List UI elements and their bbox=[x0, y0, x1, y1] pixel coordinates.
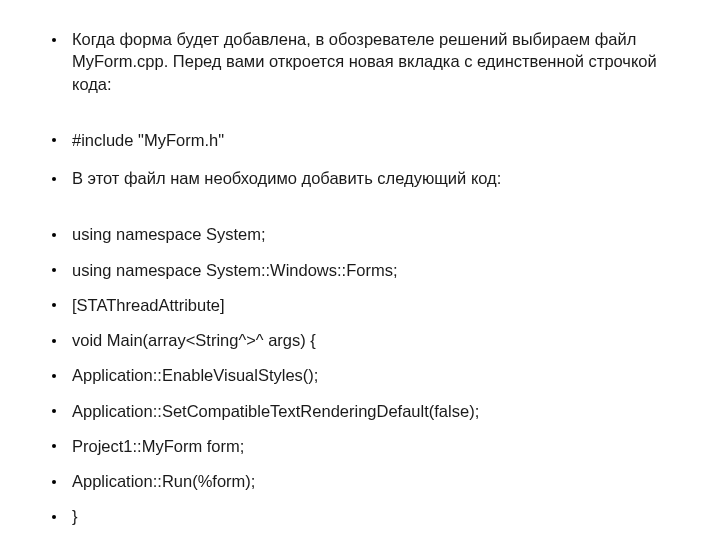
list-item: Project1::MyForm form; bbox=[40, 435, 680, 457]
bullet-list: Когда форма будет добавлена, в обозреват… bbox=[40, 28, 680, 528]
list-item: Application::Run(%form); bbox=[40, 470, 680, 492]
list-item: using namespace System::Windows::Forms; bbox=[40, 259, 680, 281]
list-item: Application::EnableVisualStyles(); bbox=[40, 364, 680, 386]
list-item: [STAThreadAttribute] bbox=[40, 294, 680, 316]
list-item: } bbox=[40, 505, 680, 527]
list-item: Когда форма будет добавлена, в обозреват… bbox=[40, 28, 680, 95]
list-item: Application::SetCompatibleTextRenderingD… bbox=[40, 400, 680, 422]
list-item: #include "MyForm.h" bbox=[40, 129, 680, 151]
list-item: void Main(array<String^>^ args) { bbox=[40, 329, 680, 351]
list-item: В этот файл нам необходимо добавить след… bbox=[40, 167, 680, 189]
list-item: using namespace System; bbox=[40, 223, 680, 245]
